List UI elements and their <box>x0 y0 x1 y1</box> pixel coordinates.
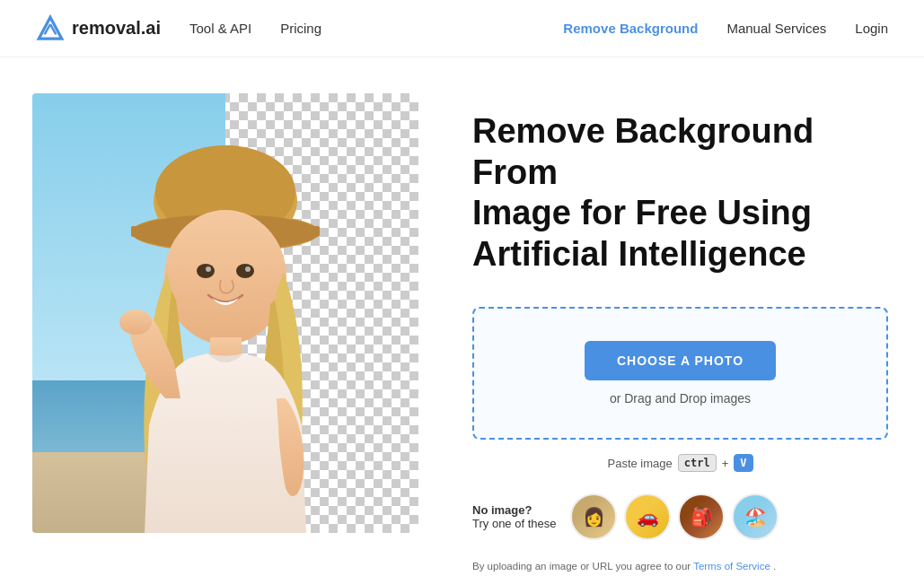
svg-point-13 <box>197 264 215 278</box>
tos-text: By uploading an image or URL you agree t… <box>472 558 796 576</box>
nav-login[interactable]: Login <box>855 21 888 36</box>
sample-thumb-2[interactable]: 🚗 <box>624 493 671 540</box>
svg-marker-0 <box>39 17 62 39</box>
plus-sign: + <box>722 457 729 470</box>
nav-left: Tool & API Pricing <box>189 21 321 36</box>
choose-photo-button[interactable]: CHOOSE A PHOTO <box>585 341 776 380</box>
paste-row: Paste image ctrl + V <box>472 454 888 472</box>
sample-thumbs: 👩 🚗 🎒 🏖️ <box>570 493 779 540</box>
hero-image-container <box>32 93 418 533</box>
hero-person-image <box>32 93 418 533</box>
nav-manual-services[interactable]: Manual Services <box>726 21 826 36</box>
main-content: Remove Background From Image for Free Us… <box>0 57 924 576</box>
nav-remove-background[interactable]: Remove Background <box>563 21 698 36</box>
sample-row: No image? Try one of these 👩 🚗 🎒 🏖️ <box>472 493 888 540</box>
nav-tool-api[interactable]: Tool & API <box>189 21 251 36</box>
paste-label: Paste image <box>608 457 673 470</box>
drag-drop-text: or Drag and Drop images <box>496 391 865 406</box>
sample-label: No image? Try one of these <box>472 503 556 530</box>
v-key: V <box>734 454 752 472</box>
logo-link[interactable]: removal.ai <box>36 14 161 43</box>
tos-link-1[interactable]: Terms of Service <box>693 561 770 572</box>
nav-pricing[interactable]: Pricing <box>280 21 321 36</box>
sample-thumb-4[interactable]: 🏖️ <box>732 493 779 540</box>
svg-point-14 <box>236 264 254 278</box>
svg-point-15 <box>206 266 211 272</box>
svg-point-16 <box>245 266 251 272</box>
navbar: removal.ai Tool & API Pricing Remove Bac… <box>0 0 924 57</box>
image-panel <box>32 93 418 533</box>
logo-icon <box>36 14 65 43</box>
right-panel: Remove Background From Image for Free Us… <box>472 93 888 576</box>
upload-box[interactable]: CHOOSE A PHOTO or Drag and Drop images <box>472 307 888 440</box>
sample-thumb-1[interactable]: 👩 <box>570 493 617 540</box>
headline: Remove Background From Image for Free Us… <box>472 111 888 275</box>
ctrl-key: ctrl <box>678 454 717 472</box>
logo-text: removal.ai <box>72 18 161 39</box>
sample-thumb-3[interactable]: 🎒 <box>678 493 725 540</box>
svg-point-12 <box>164 210 286 345</box>
svg-point-18 <box>119 310 152 335</box>
nav-right: Remove Background Manual Services Login <box>563 21 888 36</box>
